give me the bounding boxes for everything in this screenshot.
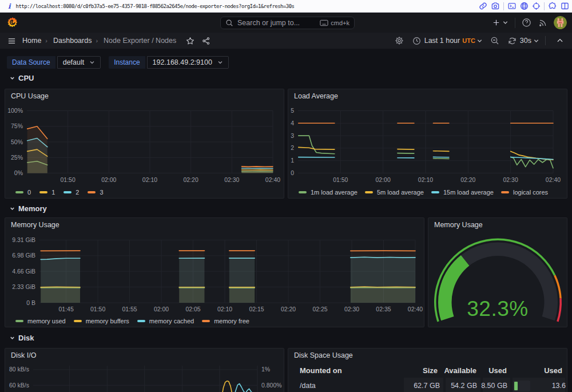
- legend-item[interactable]: 5m load average: [365, 189, 424, 196]
- chevron-down-icon[interactable]: [533, 38, 539, 44]
- panel-cpu-usage: CPU Usage 0%25%50%75%100%01:5002:0002:10…: [5, 89, 284, 199]
- panel-title[interactable]: Memory Usage: [434, 221, 483, 229]
- svg-text:0 B: 0 B: [26, 299, 35, 306]
- table-header[interactable]: Available: [444, 366, 476, 375]
- table-header[interactable]: Size: [423, 366, 438, 375]
- section-cpu[interactable]: CPU: [9, 73, 34, 82]
- legend-swatch: [39, 191, 47, 193]
- search-shortcut: cmd+k: [320, 19, 349, 26]
- svg-text:01:50: 01:50: [333, 176, 348, 183]
- help-icon[interactable]: [522, 18, 531, 27]
- table-header[interactable]: Used: [544, 366, 562, 375]
- terminal-icon[interactable]: [507, 2, 517, 10]
- instance-select[interactable]: 192.168.49.2:9100: [147, 56, 229, 69]
- panel-load-average: Load Average 01234501:5002:0002:1002:200…: [288, 89, 567, 199]
- panel-title[interactable]: Disk I/O: [11, 351, 36, 359]
- variable-label: Data Source: [7, 56, 55, 69]
- settings-icon[interactable]: [395, 36, 404, 45]
- svg-text:02:40: 02:40: [546, 176, 561, 183]
- panel-title[interactable]: Load Average: [294, 92, 338, 100]
- breadcrumb-dashboards[interactable]: Dashboards: [53, 37, 92, 45]
- chevron-down-icon: [89, 60, 95, 65]
- section-memory[interactable]: Memory: [9, 204, 47, 213]
- legend-swatch: [137, 320, 145, 322]
- variable-instance: Instance 192.168.49.2:9100: [109, 56, 229, 69]
- chevron-up-icon[interactable]: [556, 37, 564, 45]
- dashboard: Data Source default Instance 192.168.49.…: [0, 49, 572, 392]
- panel-memory-gauge: Memory Usage 32.3%: [428, 217, 567, 327]
- svg-text:02:35: 02:35: [376, 306, 391, 312]
- load-average-chart[interactable]: 01234501:5002:0002:1002:2002:3002:40: [288, 103, 567, 189]
- memory-usage-chart[interactable]: 0 B2.33 GiB4.66 GiB6.98 GiB9.31 GiB01:45…: [5, 232, 424, 318]
- globe-icon[interactable]: [520, 2, 529, 10]
- breadcrumb-current: Node Exporter / Nodes: [104, 37, 176, 45]
- puzzle-icon[interactable]: [548, 2, 557, 10]
- svg-text:01:45: 01:45: [58, 306, 73, 312]
- svg-text:02:00: 02:00: [101, 176, 116, 183]
- chevron-down-icon: [9, 205, 15, 212]
- url-bar[interactable]: http://localhost:8080/d/c0fb37a5-ee75-43…: [16, 3, 295, 9]
- legend-item[interactable]: memory used: [15, 318, 66, 324]
- chevron-down-icon[interactable]: [476, 38, 483, 44]
- legend-label: memory used: [27, 318, 66, 324]
- star-icon[interactable]: [186, 37, 194, 45]
- browser-chrome: i http://localhost:8080/d/c0fb37a5-ee75-…: [0, 0, 572, 13]
- svg-text:0%: 0%: [14, 169, 23, 176]
- table-cell: 62.7 GB: [414, 382, 440, 390]
- legend-swatch: [431, 191, 439, 193]
- legend-label: 0: [27, 189, 31, 196]
- refresh-icon[interactable]: [508, 37, 517, 45]
- svg-text:5: 5: [291, 107, 294, 114]
- panel-title[interactable]: Memory Usage: [11, 221, 59, 229]
- svg-text:02:30: 02:30: [344, 306, 359, 312]
- refresh-interval[interactable]: 30s: [520, 37, 531, 45]
- svg-text:02:05: 02:05: [185, 306, 200, 312]
- svg-text:02:40: 02:40: [265, 176, 280, 183]
- legend-label: 1m load average: [311, 189, 357, 196]
- legend-item[interactable]: 1: [39, 189, 55, 196]
- time-range[interactable]: Last 1 hour: [424, 37, 460, 45]
- variable-datasource: Data Source default: [7, 56, 101, 69]
- legend-label: memory free: [214, 318, 249, 324]
- section-disk[interactable]: Disk: [9, 333, 34, 342]
- table-cell: 8.50 GB: [481, 382, 507, 390]
- panel-title[interactable]: CPU Usage: [11, 92, 49, 100]
- legend-item[interactable]: 15m load average: [431, 189, 494, 196]
- svg-text:4: 4: [291, 120, 294, 126]
- grafana-logo-icon[interactable]: [7, 17, 18, 28]
- legend-item[interactable]: 3: [88, 189, 103, 196]
- share-icon[interactable]: [202, 37, 210, 45]
- panel-title[interactable]: Disk Space Usage: [294, 351, 353, 359]
- gauge-value: 32.3%: [428, 297, 567, 321]
- legend-item[interactable]: 2: [63, 189, 79, 196]
- legend-item[interactable]: 1m load average: [299, 189, 357, 196]
- cpu-usage-chart[interactable]: 0%25%50%75%100%01:5002:0002:1002:2002:30…: [5, 103, 284, 189]
- zoom-out-icon[interactable]: [490, 36, 499, 45]
- menu-icon[interactable]: [7, 37, 17, 45]
- clock-icon[interactable]: [412, 37, 421, 45]
- split-view-icon[interactable]: [561, 2, 569, 10]
- datasource-select[interactable]: default: [57, 56, 101, 69]
- disk-io-chart[interactable]: 80 kB/s60 kB/s1%0.800%: [5, 362, 284, 392]
- svg-text:01:50: 01:50: [90, 306, 105, 312]
- legend-item[interactable]: memory free: [202, 318, 249, 324]
- legend-item[interactable]: memory buffers: [74, 318, 129, 324]
- search-input[interactable]: Search or jump to... cmd+k: [220, 17, 355, 29]
- table-header[interactable]: Mounted on: [300, 366, 342, 375]
- svg-text:25%: 25%: [11, 154, 23, 161]
- table-header[interactable]: Used: [488, 366, 507, 375]
- link-icon[interactable]: [479, 2, 487, 10]
- legend-item[interactable]: memory cached: [137, 318, 194, 324]
- crosshair-icon[interactable]: [532, 2, 541, 10]
- timezone[interactable]: UTC: [462, 37, 475, 44]
- legend-item[interactable]: logical cores: [501, 189, 548, 196]
- legend-label: 3: [100, 189, 103, 196]
- camera-icon[interactable]: [491, 2, 500, 10]
- svg-text:02:10: 02:10: [217, 306, 232, 312]
- add-button[interactable]: [492, 18, 509, 27]
- avatar[interactable]: [554, 16, 567, 29]
- news-icon[interactable]: [538, 18, 547, 27]
- breadcrumb-home[interactable]: Home: [22, 37, 41, 45]
- chevron-down-icon: [217, 60, 223, 65]
- legend-item[interactable]: 0: [15, 189, 31, 196]
